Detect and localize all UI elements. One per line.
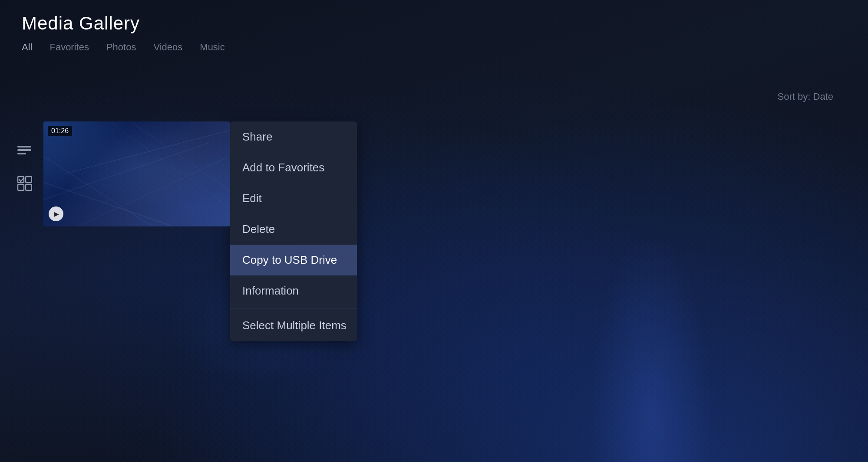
menu-section-main: Share Add to Favorites Edit Delete Copy … bbox=[230, 121, 357, 306]
context-menu: Share Add to Favorites Edit Delete Copy … bbox=[230, 121, 357, 341]
svg-rect-4 bbox=[26, 177, 32, 183]
menu-item-share[interactable]: Share bbox=[230, 121, 357, 152]
svg-rect-5 bbox=[18, 184, 24, 190]
tab-all[interactable]: All bbox=[22, 42, 32, 56]
tab-music[interactable]: Music bbox=[200, 42, 224, 56]
svg-line-9 bbox=[78, 156, 230, 226]
tab-photos[interactable]: Photos bbox=[106, 42, 136, 56]
menu-item-edit[interactable]: Edit bbox=[230, 183, 357, 214]
svg-line-10 bbox=[43, 182, 174, 226]
sidebar-icons bbox=[13, 139, 36, 194]
menu-item-select-multiple[interactable]: Select Multiple Items bbox=[230, 310, 357, 341]
header: Media Gallery All Favorites Photos Video… bbox=[0, 0, 868, 56]
play-button[interactable]: ▶ bbox=[49, 206, 63, 221]
menu-divider bbox=[230, 308, 357, 308]
menu-item-delete[interactable]: Delete bbox=[230, 214, 357, 245]
svg-line-13 bbox=[109, 121, 230, 208]
menu-item-add-to-favorites[interactable]: Add to Favorites bbox=[230, 152, 357, 183]
tab-bar: All Favorites Photos Videos Music bbox=[22, 42, 846, 56]
svg-rect-1 bbox=[17, 149, 31, 151]
svg-rect-2 bbox=[17, 153, 26, 154]
media-area: 01:26 ▶ Share Add to Favorites Edit Dele… bbox=[43, 121, 357, 341]
svg-line-11 bbox=[130, 121, 230, 191]
page-title: Media Gallery bbox=[22, 13, 846, 34]
menu-item-copy-to-usb[interactable]: Copy to USB Drive bbox=[230, 245, 357, 275]
list-icon[interactable] bbox=[13, 139, 36, 161]
tab-videos[interactable]: Videos bbox=[153, 42, 182, 56]
select-icon[interactable] bbox=[13, 172, 36, 194]
svg-rect-6 bbox=[26, 184, 32, 190]
menu-section-select: Select Multiple Items bbox=[230, 310, 357, 341]
svg-line-8 bbox=[43, 143, 208, 200]
video-thumbnail[interactable]: 01:26 ▶ bbox=[43, 121, 230, 226]
svg-line-7 bbox=[65, 130, 230, 174]
video-timestamp: 01:26 bbox=[48, 126, 72, 136]
menu-item-information[interactable]: Information bbox=[230, 275, 357, 306]
tab-favorites[interactable]: Favorites bbox=[50, 42, 89, 56]
svg-rect-0 bbox=[17, 146, 31, 147]
sort-label[interactable]: Sort by: Date bbox=[778, 91, 833, 102]
